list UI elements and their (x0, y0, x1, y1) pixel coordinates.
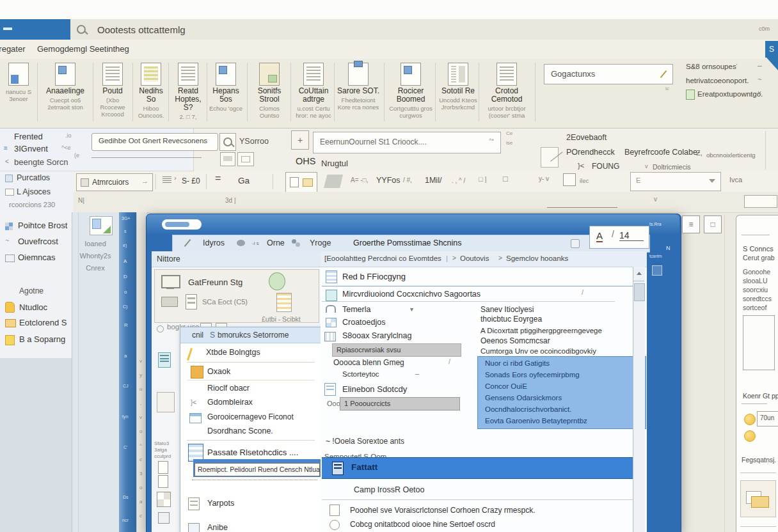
ruler-right-field[interactable] (744, 195, 777, 208)
emoji-icon-2[interactable] (744, 430, 756, 442)
strip-icon[interactable]: e) (123, 243, 127, 247)
font-box[interactable]: A / 14 (589, 226, 649, 249)
float-button-box[interactable]: □ (704, 215, 722, 233)
menu-item-general-settings[interactable]: Gemogdemgl Seetintheg (37, 44, 129, 54)
style-picker[interactable]: Atmrcuiors → (76, 173, 153, 191)
menu-item-gdombleirax[interactable]: Gdombleirax (207, 398, 253, 407)
tb-field-wide[interactable]: E (630, 172, 721, 191)
cmd2-icon[interactable]: ~ (758, 75, 761, 83)
footer-option-2[interactable]: Cobcg onitatbcod oiooe hine Sertoef oscr… (350, 520, 495, 529)
cmd-doltricmiecis[interactable]: Doltricmiecis (653, 163, 691, 171)
ribbon-cmd-export[interactable]: Ereatpoxtupowntgo. (697, 90, 763, 98)
list-item-sctorteytoc[interactable]: Sctorteytoc (342, 370, 379, 378)
menu-item-register[interactable]: rregater (0, 44, 26, 54)
pane-item-purcatlos[interactable]: Purcatlos (17, 173, 50, 182)
tb-yyfos[interactable]: YYFos (376, 176, 401, 185)
add-button[interactable]: + (291, 130, 309, 150)
search-input[interactable]: Oootests ottcattemlg (97, 24, 186, 35)
ribbon-group-9[interactable]: Rocicer Boomed Cortgcutttu gros curgwos (388, 60, 434, 127)
menu-item-rioclf[interactable]: Rioclf obacr (207, 384, 250, 393)
sidebar-item-ouvefrcost[interactable]: Ouvefrcost (18, 237, 58, 246)
menu-input[interactable]: Roemipct. Pelidourl Ruend Censch Ntlua (194, 463, 320, 476)
active-tab[interactable] (0, 19, 70, 40)
dropdown-option[interactable]: Eovta Garoenivo Betayteprntbz (485, 417, 587, 425)
cmd-porendhecck[interactable]: POrendhecck (566, 148, 615, 157)
cmd1-icon[interactable]: – (758, 61, 762, 70)
taskbar-strip[interactable]: 3G+ s e) A D o C) R a CJ tyn C' Ds ncr (119, 212, 136, 532)
list-row-red-flagging[interactable]: Red b FFiocgyng (342, 272, 406, 281)
signature-field[interactable]: Gogactunxs (544, 64, 673, 84)
mini-tool-2[interactable] (237, 152, 254, 166)
cmd-eovebaoft[interactable]: 2Eovebaoft (566, 133, 607, 142)
menu-corner-button[interactable]: S (765, 41, 778, 58)
list-item-s8ooax[interactable]: S8ooax Srarylclnag (342, 331, 411, 340)
context-menu-header[interactable]: cnil S bmorukcs Setorrome (180, 327, 322, 343)
tb-field2[interactable]: Ga (238, 176, 250, 185)
clip-tools[interactable] (285, 172, 317, 192)
emoji-icon-1[interactable] (744, 414, 756, 425)
desktop-shortcut-icon[interactable] (90, 216, 113, 235)
menu-item-scone[interactable]: Dsordhanc Scone. (207, 426, 273, 435)
pane-item-rcoorcions[interactable]: rcoorcions 230 (9, 201, 55, 208)
list-item-selected[interactable]: Rpiasocrwrsiak svsu (332, 343, 461, 357)
breadcrumb-3[interactable]: Sgemclov hooanks (506, 254, 568, 262)
strip-icon[interactable]: 3G+ (122, 216, 130, 221)
sidebar-item-soparng[interactable]: B a Soparng (19, 334, 65, 344)
strip-icon[interactable]: s (124, 229, 127, 233)
dropdown-option[interactable]: Oocndhalocrischvorbanict. (485, 405, 572, 413)
ribbon-cmd-groups[interactable]: S&8 ornsoupes' (686, 63, 737, 70)
ribbon-group-11[interactable]: Crotod Cemotod urtoor brcbtjor (cooser' … (481, 60, 532, 127)
list-item-ooooca[interactable]: Ooooca blenn Gmeg (333, 358, 404, 367)
strip-icon[interactable]: C) (123, 304, 127, 309)
strip-icon[interactable]: D (123, 274, 127, 279)
count-field[interactable]: 1 Poooucrcicts (340, 397, 460, 411)
ribbon-group-0[interactable]: nanucu S 3enoer (1, 60, 36, 127)
toolbutton-idyros[interactable]: Idyros (203, 239, 225, 247)
tools-card-title[interactable]: GatFreunn Stg (188, 278, 242, 287)
sidebar-item-eotclorend[interactable]: Eotclorend S (19, 318, 67, 327)
desktop-shortcut-label[interactable]: Ioaned Whonty2s Cnrex (72, 238, 119, 274)
list-row-advanced[interactable]: Mircvrdiuoiond Cocxcnichvo Sagoortas (342, 290, 480, 299)
cmd-beyrefrcoofe[interactable]: Beyrefrcoofe Colabe- (624, 148, 700, 157)
dropdown-option[interactable]: Concor OuiE (485, 382, 527, 390)
ribbon-group-1[interactable]: Anaaelinge Cuecpt oo5 2etrraoit ston (40, 60, 91, 127)
ribbon-group-2[interactable]: Poutd (Xbo Rcocewe Krcoood (95, 60, 131, 127)
collapse-mark[interactable]: – (415, 370, 419, 377)
quick-search-box[interactable]: Gedihbe Oot Gnert Revecsonens (91, 133, 218, 151)
strip-icon[interactable]: ncr (122, 518, 129, 522)
toolbutton-orne[interactable]: Orne (267, 239, 285, 247)
checkbox[interactable] (563, 173, 576, 186)
titlebar-search-pill[interactable] (162, 219, 202, 230)
strip-icon[interactable]: Ds (123, 495, 129, 499)
scroll-up-button[interactable] (633, 267, 644, 281)
strip-icon[interactable]: CJ (123, 384, 129, 388)
footer-option-1[interactable]: Pooohel sve Voraiscrlctonsel Corhoen Cra… (350, 506, 535, 515)
strip-icon[interactable]: a (124, 353, 127, 359)
menu-item-yarpots[interactable]: Yarpots (207, 499, 234, 508)
tb-field1[interactable]: S- £0 (182, 176, 200, 185)
strip-icon[interactable]: o (124, 289, 127, 295)
pane-item-ajsoces[interactable]: L Ajsoces (17, 187, 51, 196)
ribbon-group-10[interactable]: Sototil Re Uncodd Kteos Jrorbsrkcmd (438, 60, 479, 127)
menu-item-oxaok[interactable]: Oxaok (207, 367, 230, 376)
sidebar-item-ntudloc[interactable]: Ntudloc (19, 302, 47, 312)
color-swatch[interactable] (191, 366, 203, 379)
cmd3-icon[interactable]: × (758, 89, 761, 97)
sheet-icon[interactable] (276, 293, 292, 312)
badge-icon[interactable] (186, 294, 197, 309)
pane-item-forwarded[interactable]: Frented (14, 132, 43, 141)
address-field[interactable]: EeernunOournel St1 Crioock.... ^* (313, 132, 501, 153)
dropdown-list[interactable]: Nuor ci ribd Gatigits Sonads Eors oyfece… (477, 356, 646, 429)
sidebar-item-oiemncas[interactable]: Oiemncas (18, 253, 56, 262)
panel-field[interactable]: 70un (757, 411, 778, 426)
strip-icon[interactable]: A (123, 258, 127, 264)
list-item-croatoedjos[interactable]: Croatoedjos (342, 318, 385, 327)
menu-item-anibe[interactable]: Anibe (207, 523, 228, 532)
dropdown-option[interactable]: Gensens Odarsickmors (485, 394, 562, 402)
sidebar-item-agotne[interactable]: Agotne (19, 286, 44, 295)
dropdown-option[interactable]: Sonads Eors oyfecemirpbmg (485, 371, 580, 379)
toolbutton-yroge[interactable]: Yroge (310, 239, 331, 247)
font-size[interactable]: 14 (619, 230, 644, 241)
breadcrumb-2[interactable]: Ooutovis (460, 254, 489, 262)
chart-tool-icon[interactable] (541, 147, 559, 168)
